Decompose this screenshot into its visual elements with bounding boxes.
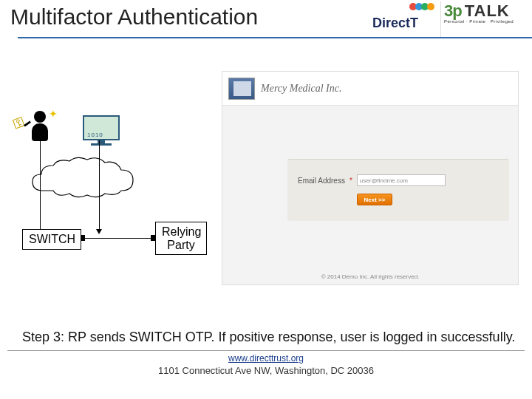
arrow-line [40, 140, 41, 231]
site-logo-thumb [228, 78, 255, 100]
auth-flow-diagram: ⚿ ✦ SWITCH Relying Party [22, 111, 200, 251]
cloud-icon [28, 155, 139, 201]
footer-link[interactable]: www.directtrust.org [0, 353, 532, 364]
site-copyright: © 2014 Demo Inc. All rights reserved. [222, 273, 518, 280]
next-button[interactable]: Next >> [357, 194, 392, 205]
logo-group: DirectT 3pTALK Personal · Private · Priv… [369, 1, 522, 37]
header-divider [18, 37, 532, 38]
arrow-line [84, 238, 152, 239]
talk-logo-tagline: Personal · Private · Privileged [444, 19, 522, 24]
email-label: Email Address [298, 177, 345, 185]
login-screenshot: Mercy Medical Inc. Email Address * user@… [222, 71, 519, 285]
directtrust-logo: DirectT [369, 1, 436, 33]
talk-logo-word: TALK [465, 1, 510, 20]
relying-party-node: Relying Party [155, 222, 207, 255]
footer-address: 1101 Connecticut Ave NW, Washington, DC … [0, 365, 532, 376]
talk-logo-sp: 3p [444, 1, 462, 20]
arrow-line [99, 140, 100, 231]
step-caption: Step 3: RP sends SWITCH OTP. If positive… [22, 330, 519, 345]
switch-node: SWITCH [22, 229, 81, 250]
directtrust-logo-text: DirectT [372, 16, 418, 30]
talk-logo: 3pTALK Personal · Private · Privileged [440, 1, 522, 37]
site-brand: Mercy Medical Inc. [261, 83, 341, 95]
email-field[interactable]: user@findme.com [357, 174, 446, 186]
site-header: Mercy Medical Inc. [222, 72, 518, 106]
flash-icon: ✦ [49, 108, 58, 120]
slide-header: Multifactor Authentication DirectT 3pTAL… [0, 0, 532, 52]
login-form-panel: Email Address * user@findme.com Next >> [287, 159, 509, 221]
computer-icon [83, 115, 120, 146]
required-mark: * [349, 177, 352, 185]
footer-divider [7, 350, 525, 351]
arrow-head-icon [96, 229, 102, 234]
